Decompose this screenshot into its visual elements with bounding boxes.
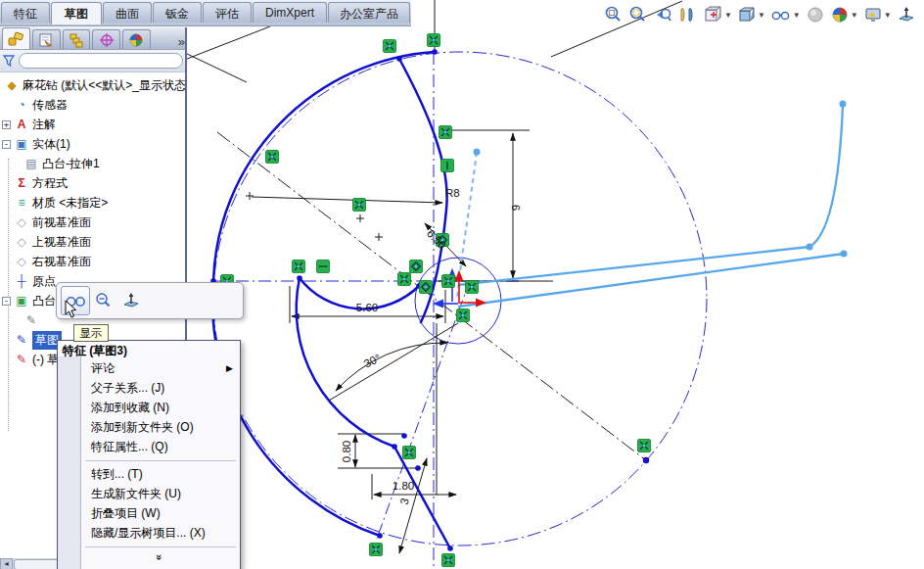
relation-coincident-icon[interactable] [428,34,440,47]
tree-item-传感器[interactable]: ◔传感器 [0,95,185,115]
menu-item-隐藏/显示树项目... (X)[interactable]: 隐藏/显示树项目... (X) [58,523,240,543]
relation-vertical-icon[interactable] [441,160,454,172]
manager-tab-display-manager[interactable] [122,29,151,49]
normal-to-button[interactable] [896,4,917,25]
menu-item-添加到新文件夹 (O)[interactable]: 添加到新文件夹 (O) [58,417,240,437]
tree-item-方程式[interactable]: Σ方程式 [0,173,185,193]
tree-item-右视基准面[interactable]: ◇右视基准面 [0,252,185,271]
tab-特征[interactable]: 特征 [1,2,50,23]
relation-coincident-icon[interactable] [403,447,416,459]
zoom-button[interactable] [90,287,117,314]
boss-extrude2-icon: ▣ [14,294,29,308]
previous-view-button[interactable] [652,4,673,25]
menu-item-转到... (T)[interactable]: 转到... (T) [58,464,240,484]
tab-DimXpert[interactable]: DimXpert [253,2,327,23]
normal-to-icon [121,291,141,310]
tree-item-label: 前视基准面 [32,214,91,231]
dimension-texts[interactable]: R8 9 6.50 5.60 30° 0.80 1.80 3 [341,187,522,506]
context-menu: 特征 (草图3) 评论▶父子关系... (J)添加到收藏 (N)添加到新文件夹 … [57,340,241,569]
tree-item-上视基准面[interactable]: ◇上视基准面 [0,232,185,252]
tree-item-label: 麻花钻 (默认<<默认>_显示状态 [23,77,185,94]
selected-line-lower [458,254,844,307]
manager-tab-configuration-manager[interactable] [63,29,91,49]
manager-tab-property-manager[interactable] [32,29,61,49]
tree-item-前视基准面[interactable]: ◇前视基准面 [0,213,185,232]
tree-item-麻花钻 (默认<<默认>_显示状态[interactable]: ◆麻花钻 (默认<<默认>_显示状态 [0,75,185,95]
scroll-thumb[interactable] [14,559,61,569]
dim-radius: R8 [445,187,460,199]
manager-tab-dimxpert-manager[interactable] [92,29,120,49]
menu-item-生成新文件夹 (U)[interactable]: 生成新文件夹 (U) [58,484,240,503]
origin-icon: ┼ [14,274,29,289]
apply-scene-button[interactable]: ▼ [862,4,893,25]
view-orientation-button[interactable]: ▼ [701,4,733,25]
menu-item-评论[interactable]: 评论▶ [58,358,240,378]
relation-coincident-icon[interactable] [442,275,455,288]
shadow-button[interactable] [805,4,826,25]
outer-diameter-circle [213,52,707,545]
menu-item-折叠项目 (W)[interactable]: 折叠项目 (W) [58,503,240,523]
relation-coincident-icon[interactable] [442,554,455,567]
relation-coincident-icon[interactable] [384,40,396,53]
menu-item-特征属性... (Q)[interactable]: 特征属性... (Q) [58,437,240,456]
menu-header: 特征 (草图3) [58,341,240,358]
tree-item-材质 <未指定>[interactable]: ≡材质 <未指定> [0,193,185,213]
tree-item-实体(1)[interactable]: -▣实体(1) [0,134,185,154]
manager-tab-feature-manager[interactable] [2,27,30,49]
tab-钣金[interactable]: 钣金 [153,2,202,23]
relation-coincident-icon[interactable] [398,273,411,286]
normal-to-button[interactable] [117,287,145,314]
edit-appearance-button[interactable]: ▼ [829,4,859,25]
boss-extrude-icon: ▤ [23,157,39,171]
filter-input[interactable] [19,53,183,69]
relation-coincident-icon[interactable] [439,126,452,139]
magnifier-icon [94,292,114,309]
selected-endpoints [474,101,848,258]
zoom-to-fit-button[interactable] [603,4,624,25]
equations-icon: Σ [14,176,29,191]
relation-intersection-icon[interactable] [420,281,433,294]
tree-item-label: 注解 [32,117,56,133]
selected-entities[interactable] [457,101,848,308]
tab-评估[interactable]: 评估 [203,2,252,23]
zoom-to-area-button[interactable] [627,4,649,25]
relation-horizontal-icon[interactable] [317,261,330,273]
sketch-relations[interactable] [221,34,651,567]
stray-line-1 [182,26,270,61]
menu-separator [58,543,240,550]
menu-item-父子关系... (J)[interactable]: 父子关系... (J) [58,378,240,398]
filter-row [0,50,185,72]
tree-item-label: 上视基准面 [32,234,91,251]
menu-expand-button[interactable]: » [58,550,240,568]
angle-dim-arc [336,343,447,391]
tab-曲面[interactable]: 曲面 [103,2,152,23]
relation-coincident-icon[interactable] [266,151,279,164]
section-view-button[interactable] [676,4,698,25]
selected-construction-line [457,152,477,300]
relation-coincident-icon[interactable] [353,199,366,212]
tab-草图[interactable]: 草图 [51,2,102,24]
relation-coincident-icon[interactable] [638,440,651,452]
display-style-button[interactable]: ▼ [736,4,766,25]
scroll-left-button[interactable]: ◄ [0,558,13,569]
hide-show-items-button[interactable]: ▼ [769,4,802,25]
relation-coincident-icon[interactable] [370,544,383,556]
expander[interactable]: + [2,120,11,129]
relation-intersection-icon[interactable] [410,261,423,273]
relation-coincident-icon[interactable] [293,261,305,273]
menu-item-添加到收藏 (N)[interactable]: 添加到收藏 (N) [58,398,240,417]
solidworks-window: R8 9 6.50 5.60 30° 0.80 1.80 3 特征草图曲面钣金评… [0,0,924,569]
heads-up-toolbar: ▼ ▼ ▼ ▼ ▼ [603,4,917,25]
submenu-arrow-icon: ▶ [226,358,233,378]
sketch2-icon: ✎ [14,353,29,367]
tree-item-注解[interactable]: +A注解 [0,115,185,134]
tree-item-label: 凸台-拉伸1 [42,156,100,172]
relation-coincident-icon[interactable] [466,281,479,294]
tab-办公室产品[interactable]: 办公室产品 [328,2,410,23]
dim-web-b: 1.80 [393,480,414,492]
expander[interactable]: - [2,140,11,149]
tree-item-凸台-拉伸1[interactable]: ▤凸台-拉伸1 [0,154,185,173]
expander[interactable]: - [2,297,11,306]
manager-tab-overflow[interactable]: » [178,34,185,49]
relation-coincident-icon[interactable] [457,309,470,322]
